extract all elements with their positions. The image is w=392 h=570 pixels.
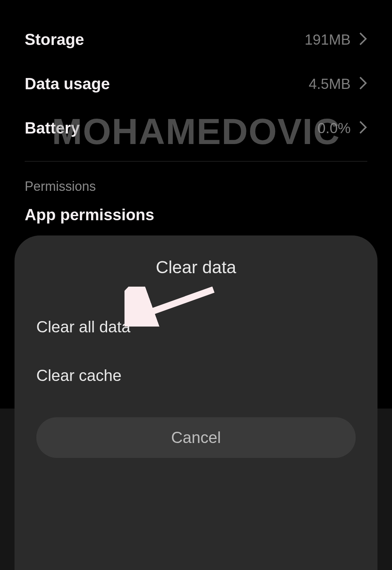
clear-all-data-option[interactable]: Clear all data bbox=[36, 303, 356, 351]
chevron-right-icon bbox=[359, 32, 367, 48]
app-permissions-row[interactable]: App permissions bbox=[0, 206, 392, 224]
storage-right: 191MB bbox=[305, 32, 367, 48]
row-data-usage[interactable]: Data usage 4.5MB bbox=[0, 62, 392, 106]
dialog-title: Clear data bbox=[36, 257, 356, 277]
storage-label: Storage bbox=[25, 30, 84, 49]
data-usage-label: Data usage bbox=[25, 75, 110, 93]
settings-list: Storage 191MB Data usage 4.5MB Battery 0… bbox=[0, 0, 392, 224]
battery-label: Battery bbox=[25, 119, 80, 137]
battery-right: 0.0% bbox=[318, 120, 367, 136]
section-divider bbox=[25, 161, 367, 161]
battery-value: 0.0% bbox=[318, 120, 351, 136]
permissions-section-header: Permissions bbox=[0, 175, 392, 206]
app-info-screen: Storage 191MB Data usage 4.5MB Battery 0… bbox=[0, 0, 392, 570]
row-storage[interactable]: Storage 191MB bbox=[0, 17, 392, 62]
row-battery[interactable]: Battery 0.0% bbox=[0, 106, 392, 150]
clear-cache-option[interactable]: Clear cache bbox=[36, 351, 356, 400]
storage-value: 191MB bbox=[305, 32, 351, 48]
clear-data-dialog: Clear data Clear all data Clear cache Ca… bbox=[15, 235, 377, 570]
chevron-right-icon bbox=[359, 120, 367, 136]
cancel-button[interactable]: Cancel bbox=[36, 417, 356, 458]
data-usage-value: 4.5MB bbox=[309, 76, 351, 92]
data-usage-right: 4.5MB bbox=[309, 76, 367, 92]
chevron-right-icon bbox=[359, 76, 367, 92]
